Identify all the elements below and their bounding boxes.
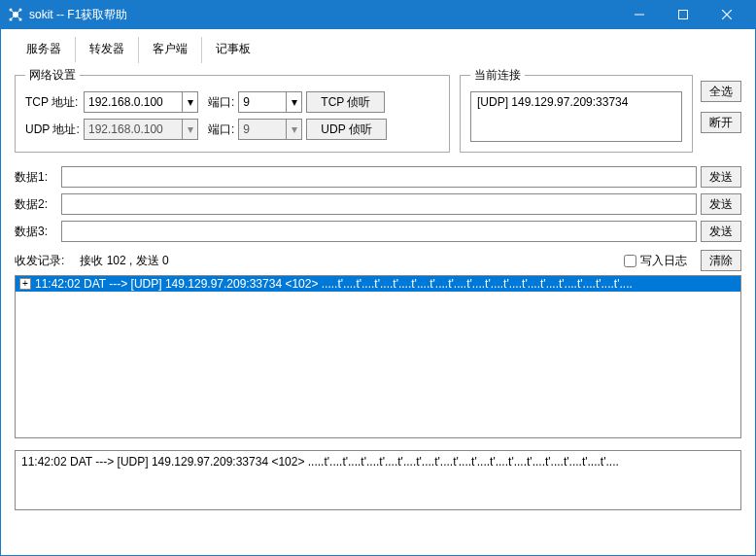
udp-addr-combo: ▾ bbox=[84, 119, 198, 140]
chevron-down-icon[interactable]: ▾ bbox=[182, 92, 197, 112]
network-settings-legend: 网络设置 bbox=[25, 67, 80, 84]
tcp-port-label: 端口: bbox=[208, 94, 234, 111]
data3-input[interactable] bbox=[61, 221, 697, 242]
minimize-button[interactable] bbox=[617, 0, 661, 29]
chevron-down-icon[interactable]: ▾ bbox=[286, 92, 301, 112]
udp-port-input bbox=[239, 120, 286, 139]
disconnect-button[interactable]: 断开 bbox=[701, 112, 741, 133]
log-entry[interactable]: + 11:42:02 DAT ---> [UDP] 149.129.97.209… bbox=[16, 276, 740, 292]
clear-button[interactable]: 清除 bbox=[701, 250, 741, 271]
tcp-port-input[interactable] bbox=[239, 92, 286, 112]
connection-item[interactable]: [UDP] 149.129.97.209:33734 bbox=[475, 94, 677, 110]
detail-box[interactable]: 11:42:02 DAT ---> [UDP] 149.129.97.209:3… bbox=[15, 450, 741, 510]
data1-input[interactable] bbox=[61, 166, 697, 188]
udp-port-combo: ▾ bbox=[238, 119, 302, 140]
tab-client[interactable]: 客户端 bbox=[139, 37, 202, 63]
select-all-button[interactable]: 全选 bbox=[701, 81, 741, 102]
udp-addr-label: UDP 地址: bbox=[25, 122, 80, 138]
expand-icon[interactable]: + bbox=[19, 278, 31, 290]
tcp-addr-label: TCP 地址: bbox=[25, 94, 80, 111]
write-log-checkbox-input[interactable] bbox=[624, 255, 636, 267]
write-log-label: 写入日志 bbox=[640, 253, 687, 269]
svg-rect-10 bbox=[678, 11, 687, 19]
titlebar: sokit -- F1获取帮助 bbox=[0, 0, 756, 29]
app-icon bbox=[8, 7, 23, 22]
chevron-down-icon: ▾ bbox=[286, 120, 301, 139]
log-stats: 接收 102 , 发送 0 bbox=[80, 253, 618, 269]
log-label: 收发记录: bbox=[15, 253, 64, 269]
send1-button[interactable]: 发送 bbox=[701, 166, 741, 188]
data1-label: 数据1: bbox=[15, 169, 57, 186]
tab-bar: 服务器 转发器 客户端 记事板 bbox=[1, 29, 755, 63]
data2-input[interactable] bbox=[61, 193, 697, 215]
window-title: sokit -- F1获取帮助 bbox=[29, 7, 617, 23]
maximize-button[interactable] bbox=[661, 0, 704, 29]
log-tree[interactable]: + 11:42:02 DAT ---> [UDP] 149.129.97.209… bbox=[15, 275, 741, 438]
log-entry-text: 11:42:02 DAT ---> [UDP] 149.129.97.209:3… bbox=[35, 277, 633, 291]
tab-forwarder[interactable]: 转发器 bbox=[76, 37, 139, 63]
tab-server[interactable]: 服务器 bbox=[13, 37, 76, 63]
detail-text: 11:42:02 DAT ---> [UDP] 149.129.97.209:3… bbox=[21, 455, 619, 469]
connections-list[interactable]: [UDP] 149.129.97.209:33734 bbox=[470, 91, 682, 142]
udp-addr-input bbox=[85, 120, 182, 139]
write-log-checkbox[interactable]: 写入日志 bbox=[624, 253, 687, 269]
udp-port-label: 端口: bbox=[208, 122, 234, 138]
network-settings-group: 网络设置 TCP 地址: ▾ 端口: ▾ TCP 侦听 UDP 地址: bbox=[15, 67, 450, 153]
data2-label: 数据2: bbox=[15, 196, 57, 213]
tcp-port-combo[interactable]: ▾ bbox=[238, 91, 302, 113]
udp-listen-button[interactable]: UDP 侦听 bbox=[306, 119, 386, 140]
data3-label: 数据3: bbox=[15, 224, 57, 240]
current-connections-legend: 当前连接 bbox=[470, 67, 525, 84]
current-connections-group: 当前连接 [UDP] 149.129.97.209:33734 bbox=[460, 67, 693, 153]
close-button[interactable] bbox=[704, 0, 748, 29]
send2-button[interactable]: 发送 bbox=[701, 193, 741, 215]
tcp-addr-input[interactable] bbox=[85, 92, 182, 112]
chevron-down-icon: ▾ bbox=[182, 120, 197, 139]
send3-button[interactable]: 发送 bbox=[701, 221, 741, 242]
tab-notepad[interactable]: 记事板 bbox=[202, 37, 264, 63]
tcp-addr-combo[interactable]: ▾ bbox=[84, 91, 198, 113]
tcp-listen-button[interactable]: TCP 侦听 bbox=[306, 91, 385, 113]
